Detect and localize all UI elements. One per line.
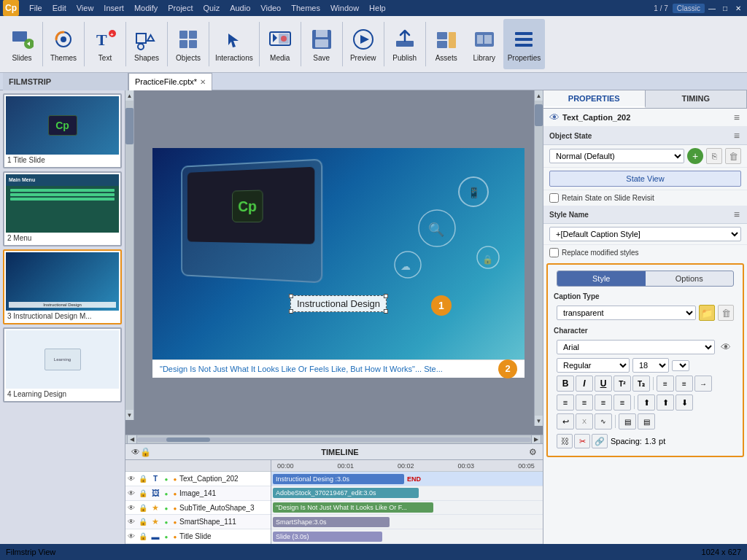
delete-state-btn[interactable]: 🗑 bbox=[725, 148, 741, 164]
sub-tab-options[interactable]: Options bbox=[646, 271, 734, 286]
menu-audio[interactable]: Audio bbox=[225, 2, 255, 14]
italic-btn[interactable]: I bbox=[576, 376, 593, 392]
state-view-btn[interactable]: State View bbox=[549, 171, 741, 187]
right-vscroll-down[interactable]: ▼ bbox=[535, 416, 543, 426]
spacing-chain-btn[interactable]: ⛓ bbox=[557, 434, 573, 448]
toolbar-preview[interactable]: Preview bbox=[344, 19, 382, 69]
bar-1[interactable]: Instructional Desing :3.0s bbox=[273, 474, 404, 484]
style-name-select[interactable]: +[Default Caption Style] bbox=[549, 227, 741, 241]
menu-file[interactable]: File bbox=[25, 2, 47, 14]
props-tab-properties[interactable]: PROPERTIES bbox=[543, 90, 646, 108]
bar-4[interactable]: SmartShape:3.0s bbox=[273, 517, 390, 527]
filmstrip-slide-2[interactable]: Main Menu 2 Menu bbox=[3, 171, 122, 246]
filmstrip-slide-1[interactable]: Cp 1 Title Slide bbox=[3, 93, 122, 168]
doc-tab[interactable]: PracticeFile.cptx* ✕ bbox=[128, 73, 212, 90]
track3-eye[interactable]: 👁 bbox=[125, 504, 137, 512]
maximize-btn[interactable]: □ bbox=[719, 3, 731, 13]
toolbar-library[interactable]: Library bbox=[465, 19, 503, 69]
bar-3[interactable]: "Design Is Not Just What It Looks Like O… bbox=[273, 502, 433, 513]
caption-delete-btn[interactable]: 🗑 bbox=[718, 305, 734, 321]
toolbar-properties[interactable]: Properties bbox=[503, 19, 546, 69]
vscroll-up-btn[interactable]: ▲ bbox=[125, 90, 133, 101]
ltr-btn[interactable]: X bbox=[576, 413, 593, 429]
right-vscroll-thumb[interactable] bbox=[535, 104, 543, 126]
font-eye-btn[interactable]: 👁 bbox=[718, 339, 734, 355]
close-btn[interactable]: ✕ bbox=[732, 3, 744, 13]
align-justify-btn[interactable]: ≡ bbox=[614, 394, 631, 411]
bar-5[interactable]: Slide (3.0s) bbox=[273, 532, 382, 542]
timeline-track-1[interactable]: 👁 🔒 T ● ● Text_Caption_202 bbox=[125, 472, 271, 486]
handle-tr[interactable] bbox=[384, 294, 388, 298]
toolbar-interactions[interactable]: Interactions bbox=[211, 19, 258, 69]
add-state-btn[interactable]: + bbox=[687, 148, 703, 164]
track5-eye[interactable]: 👁 bbox=[125, 532, 137, 540]
underline-btn[interactable]: U bbox=[595, 376, 612, 392]
valign-mid-btn[interactable]: ⬆ bbox=[657, 394, 674, 411]
menu-insert[interactable]: Insert bbox=[99, 2, 128, 14]
hscroll-left-btn[interactable]: ◀ bbox=[127, 435, 137, 444]
replace-styles-checkbox[interactable] bbox=[549, 248, 559, 257]
menu-view[interactable]: View bbox=[72, 2, 98, 14]
timeline-settings-icon[interactable]: ⚙ bbox=[529, 447, 537, 457]
track2-eye[interactable]: 👁 bbox=[125, 489, 137, 497]
valign-bot-btn[interactable]: ⬇ bbox=[676, 394, 693, 411]
toolbar-slides[interactable]: Slides bbox=[3, 19, 41, 69]
toolbar-text[interactable]: T + Text bbox=[86, 19, 124, 69]
menu-window[interactable]: Window bbox=[326, 2, 363, 14]
align-center-btn[interactable]: ≡ bbox=[576, 394, 593, 411]
valign-top-btn[interactable]: ⬆ bbox=[638, 394, 655, 411]
handle-bl[interactable] bbox=[289, 309, 293, 314]
spacing-link-btn[interactable]: 🔗 bbox=[592, 434, 608, 448]
object-state-menu-icon[interactable]: ≡ bbox=[732, 130, 741, 141]
bar-2[interactable]: AdobeStock_370219467_edit:3.0s bbox=[273, 488, 419, 498]
track4-eye[interactable]: 👁 bbox=[125, 518, 137, 526]
vscroll-thumb[interactable] bbox=[125, 108, 133, 144]
numbered-list-btn[interactable]: ≡ bbox=[676, 376, 693, 392]
style-name-menu-icon[interactable]: ≡ bbox=[732, 209, 741, 220]
track2-lock[interactable]: 🔒 bbox=[137, 489, 149, 497]
track4-lock[interactable]: 🔒 bbox=[137, 518, 149, 526]
margin-right-btn[interactable]: ▤ bbox=[638, 413, 655, 429]
view-mode[interactable]: Classic bbox=[673, 4, 705, 13]
vscrollbar[interactable]: ▲ ▼ bbox=[125, 90, 134, 420]
toolbar-save[interactable]: Save bbox=[303, 19, 341, 69]
menu-edit[interactable]: Edit bbox=[48, 2, 71, 14]
toolbar-assets[interactable]: Assets bbox=[427, 19, 465, 69]
font-style-select[interactable]: Regular bbox=[557, 358, 630, 373]
filmstrip-slide-3[interactable]: Instructional Design 3 Instructional Des… bbox=[3, 249, 122, 324]
caption-type-select[interactable]: transparent bbox=[557, 306, 696, 320]
rtl-btn[interactable]: ↩ bbox=[557, 413, 574, 429]
timeline-icon-lock[interactable]: 🔒 bbox=[140, 447, 151, 457]
handle-tl[interactable] bbox=[289, 294, 293, 298]
timeline-track-4[interactable]: 👁 🔒 ★ ● ● SmartShape_111 bbox=[125, 515, 271, 529]
right-vscroll-up[interactable]: ▲ bbox=[535, 90, 543, 101]
bold-btn[interactable]: B bbox=[557, 376, 574, 392]
track1-eye[interactable]: 👁 bbox=[125, 475, 137, 483]
copy-state-btn[interactable]: ⎘ bbox=[706, 148, 722, 164]
font-size-select[interactable]: 18 bbox=[632, 358, 669, 373]
track3-lock[interactable]: 🔒 bbox=[137, 504, 149, 512]
menu-help[interactable]: Help bbox=[365, 2, 390, 14]
sub-tab-style[interactable]: Style bbox=[557, 271, 646, 286]
superscript-btn[interactable]: T² bbox=[614, 376, 631, 392]
font-select[interactable]: Arial bbox=[557, 340, 715, 354]
bullet-list-btn[interactable]: ≡ bbox=[657, 376, 674, 392]
timeline-track-3[interactable]: 👁 🔒 ★ ● ● SubTitle_AutoShape_3 bbox=[125, 501, 271, 516]
timeline-icon-eye[interactable]: 👁 bbox=[131, 447, 140, 457]
doc-tab-close[interactable]: ✕ bbox=[200, 78, 206, 86]
margin-left-btn[interactable]: ▤ bbox=[619, 413, 636, 429]
filmstrip-slide-4[interactable]: Learning 4 Learning Design bbox=[3, 327, 122, 402]
timeline-track-2[interactable]: 👁 🔒 🖼 ● ● Image_141 bbox=[125, 486, 271, 501]
font-size-unit-select[interactable]: ▼ bbox=[672, 360, 689, 371]
align-left-btn[interactable]: ≡ bbox=[557, 394, 574, 411]
retain-state-checkbox[interactable] bbox=[549, 193, 559, 203]
toolbar-media[interactable]: Media bbox=[261, 19, 299, 69]
toolbar-objects[interactable]: Objects bbox=[169, 19, 207, 69]
toolbar-themes[interactable]: Themes bbox=[44, 19, 82, 69]
props-tab-timing[interactable]: TIMING bbox=[646, 90, 748, 108]
menu-project[interactable]: Project bbox=[163, 2, 197, 14]
align-right-btn[interactable]: ≡ bbox=[595, 394, 612, 411]
handle-br[interactable] bbox=[384, 309, 388, 314]
timeline-track-5[interactable]: 👁 🔒 ▬ ● ● Title Slide bbox=[125, 529, 271, 544]
toolbar-shapes[interactable]: Shapes bbox=[128, 19, 166, 69]
